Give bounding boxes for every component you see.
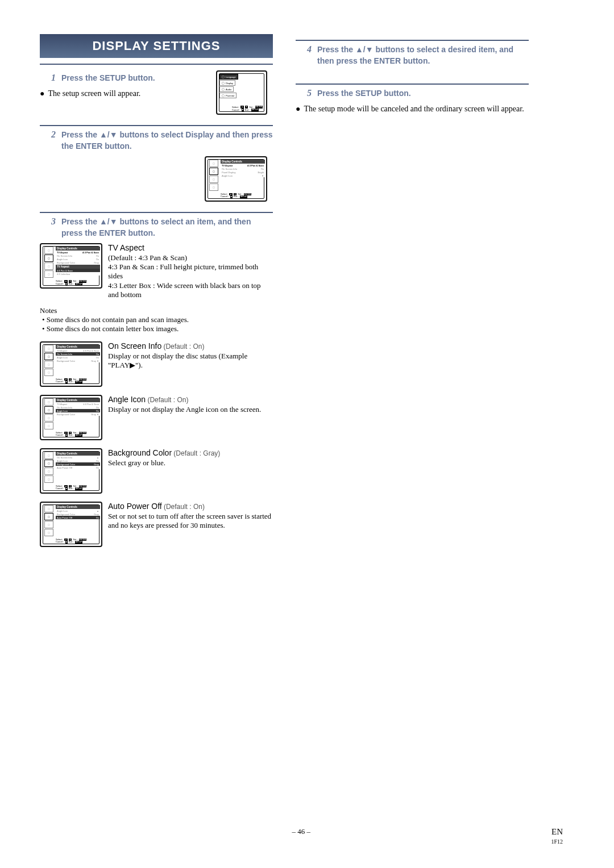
page-footer: – 46 – EN 1F12 xyxy=(0,827,614,845)
step-2: 2 Press the ▲/▼ buttons to select Displa… xyxy=(51,130,273,152)
step-5-number: 5 xyxy=(307,88,312,98)
step-5-bullet-text: The setup mode will be canceled and the … xyxy=(304,104,524,114)
step-1-note: ● The setup screen will appear. xyxy=(40,89,210,99)
angle-icon-thumbnail: ▢ ▢ ▢ ▢ Display Controls TV Aspect4:3 Pa… xyxy=(40,395,102,440)
note-1: Some discs do not contain pan and scan i… xyxy=(42,315,273,324)
up-down-icon: ▲/▼ xyxy=(99,130,118,139)
step-4-number: 4 xyxy=(307,44,312,55)
step-3-text: Press the ▲/▼ buttons to select an item,… xyxy=(61,216,273,239)
step-4: 4 Press the ▲/▼ buttons to select a desi… xyxy=(307,44,529,66)
onscreen-info-description: On Screen Info (Default : On) Display or… xyxy=(108,341,273,370)
sidebar-audio-icon: ▢ xyxy=(209,176,218,183)
step-5: 5 Press the SETUP button. xyxy=(307,88,529,99)
step-4-text: Press the ▲/▼ buttons to select a desire… xyxy=(317,44,529,66)
sidebar-language-icon: ▢ xyxy=(209,160,218,167)
thumb-footer: Select :▲▼Set :ENTER Cancel :■Exit :SETU… xyxy=(232,106,264,111)
sidebar-display-icon: ▢ xyxy=(209,168,218,175)
step-5-note: ● The setup mode will be canceled and th… xyxy=(296,104,529,114)
divider xyxy=(40,212,273,213)
divider xyxy=(40,125,273,126)
thumb-item-language: ▢Language xyxy=(219,74,238,80)
step-3: 3 Press the ▲/▼ buttons to select an ite… xyxy=(51,216,273,239)
footer-code: 1F12 xyxy=(551,838,563,845)
divider xyxy=(296,84,529,85)
sidebar-parental-icon: ▢ xyxy=(209,183,218,191)
step-1-number: 1 xyxy=(51,73,56,83)
step-2-number: 2 xyxy=(51,130,56,140)
thumb-item-parental: ▢Parental xyxy=(219,93,237,98)
step-1-text: Press the SETUP button. xyxy=(61,73,155,84)
autopower-thumbnail: ▢ ▢ ▢ ▢ Display Controls Angle Icon▲ Bac… xyxy=(40,502,102,547)
display-menu-thumbnail: ▢ ▢ ▢ ▢ Display Controls TV Aspect4:3 Pa… xyxy=(205,156,267,202)
bullet-icon: ● xyxy=(40,89,44,99)
footer-lang: EN xyxy=(551,827,563,836)
thumb-item-audio: ▢Audio xyxy=(219,86,234,92)
page-title: DISPLAY SETTINGS xyxy=(40,34,273,58)
bullet-icon: ● xyxy=(296,104,300,114)
divider xyxy=(296,40,529,41)
autopower-description: Auto Power Off (Default : On) Set or not… xyxy=(108,502,273,530)
title-divider xyxy=(40,64,273,65)
up-down-icon: ▲/▼ xyxy=(355,45,374,54)
step-1: 1 Press the SETUP button. xyxy=(51,73,210,84)
thumb-header: Display Controls xyxy=(221,160,265,164)
notes-block: Notes Some discs do not contain pan and … xyxy=(40,306,273,333)
bgcolor-description: Background Color (Default : Gray) Select… xyxy=(108,448,220,468)
thumb-item-display: ▢Display xyxy=(219,80,235,86)
step-1-bullet-text: The setup screen will appear. xyxy=(48,89,140,99)
step-3-number: 3 xyxy=(51,216,56,227)
angle-icon-description: Angle Icon (Default : On) Display or not… xyxy=(108,395,261,414)
step-5-text: Press the SETUP button. xyxy=(317,88,411,99)
step-2-text: Press the ▲/▼ buttons to select Display … xyxy=(61,130,273,152)
page-number: – 46 – xyxy=(292,827,310,845)
up-down-icon: ▲/▼ xyxy=(99,217,118,226)
note-2: Some discs do not contain letter box ima… xyxy=(42,324,273,333)
bgcolor-thumbnail: ▢ ▢ ▢ ▢ Display Controls On Screen Info▲… xyxy=(40,448,102,494)
setup-screen-thumbnail: ▢Language ▢Display ▢Audio ▢Parental Sele… xyxy=(216,70,267,115)
onscreen-info-thumbnail: ▢ ▢ ▢ ▢ Display Controls TV Aspect4:3 Pa… xyxy=(40,341,102,387)
tv-aspect-thumbnail: ▢ ▢ ▢ ▢ Display Controls TV Aspect4:3 Pa… xyxy=(40,243,102,289)
tv-aspect-description: TV Aspect (Default : 4:3 Pan & Scan) 4:3… xyxy=(108,243,273,299)
